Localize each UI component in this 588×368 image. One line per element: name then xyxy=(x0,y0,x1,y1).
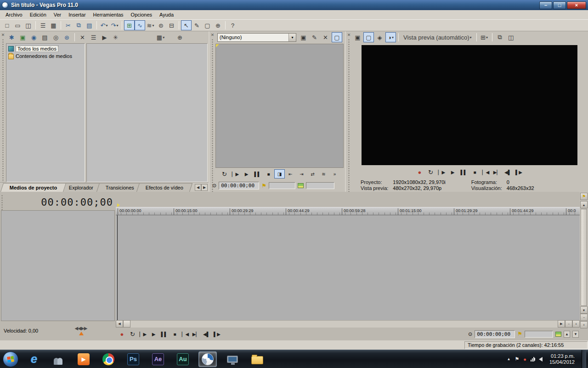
show-video-monitor-button[interactable]: ▢ xyxy=(332,32,342,42)
transport-overflow-button[interactable]: » xyxy=(329,169,340,178)
frame-select-button[interactable]: ◨ xyxy=(274,169,285,178)
timeline-tracks-body[interactable] xyxy=(116,215,580,320)
paste-button[interactable]: ▤ xyxy=(84,20,95,30)
taskbar-screen-recorder[interactable] xyxy=(223,351,242,367)
previous-frame-button[interactable]: ◀▌ xyxy=(201,329,212,339)
minimize-button[interactable]: – xyxy=(539,1,552,9)
tab-efectos-de-video[interactable]: Efectos de vídeo xyxy=(136,183,192,192)
zoom-in-track-button[interactable]: + xyxy=(580,321,588,328)
taskbar-explorer[interactable] xyxy=(248,351,266,367)
menu-ayuda[interactable]: Ayuda xyxy=(156,11,177,19)
auto-ripple-button[interactable]: ≋▾ xyxy=(145,20,156,30)
scroll-right-button[interactable]: ▶ xyxy=(558,320,565,328)
media-bins-tree[interactable]: Todos los medios Contenedores de medios xyxy=(6,43,85,182)
add-to-project-media-button[interactable]: ▣ xyxy=(298,32,309,42)
scrollbar-track[interactable] xyxy=(580,208,588,306)
pause-button[interactable]: ▌▌ xyxy=(159,329,170,339)
menu-ver[interactable]: Ver xyxy=(50,11,65,19)
taskbar-internet-explorer[interactable]: e xyxy=(25,351,43,367)
extract-audio-button[interactable]: ◎ xyxy=(51,32,61,42)
external-monitor-button[interactable]: ▢ xyxy=(363,32,374,42)
remove-subclip-button[interactable]: ✕ xyxy=(320,32,331,42)
loop-playback-button[interactable]: ↻ xyxy=(425,167,436,177)
panel-close-icon[interactable]: ✕ xyxy=(211,33,215,37)
play-from-start-button[interactable]: ▏▶ xyxy=(436,167,447,177)
save-snapshot-button[interactable]: ◫ xyxy=(506,32,516,42)
taskbar-messenger[interactable] xyxy=(50,351,68,367)
time-ruler[interactable]: 00:00:00:00 00:00:15:00 00:00:29:29 00:0… xyxy=(116,207,580,215)
overlays-grid-button[interactable]: ⊞▾ xyxy=(479,32,490,42)
pause-button[interactable]: ▌▌ xyxy=(458,167,469,177)
next-frame-button[interactable]: ▌▶ xyxy=(212,329,222,339)
taskbar-after-effects[interactable]: Ae xyxy=(149,351,167,367)
selection-end-box[interactable] xyxy=(306,182,334,189)
menu-archivo[interactable]: Archivo xyxy=(2,11,26,19)
menu-herramientas[interactable]: Herramientas xyxy=(90,11,127,19)
show-desktop-button[interactable] xyxy=(582,350,586,368)
tab-scroll-left-button[interactable]: ◀ xyxy=(195,184,201,191)
open-project-button[interactable]: ▭ xyxy=(12,20,23,30)
panel-grip[interactable]: ✕ xyxy=(346,31,352,192)
taskbar-clock[interactable]: 01:23 p.m. 15/04/2012 xyxy=(547,353,577,365)
play-button[interactable]: ▶ xyxy=(447,167,458,177)
loop-playback-button[interactable]: ↻ xyxy=(219,169,230,178)
scroll-left-button[interactable]: ◀ xyxy=(116,320,123,328)
panel-grip[interactable]: ✕ xyxy=(209,31,215,192)
zoom-edit-tool-button[interactable]: ⊕ xyxy=(213,20,223,30)
zoom-out-time-button[interactable]: − xyxy=(565,320,572,328)
taskbar-chrome[interactable] xyxy=(99,351,118,367)
get-media-from-web-button[interactable]: ⊛ xyxy=(62,32,72,42)
project-video-properties-button[interactable]: ▣ xyxy=(352,32,363,42)
audio-waveform-button[interactable]: ≋ xyxy=(318,169,329,178)
time-nudge-up-button[interactable]: ▲ xyxy=(564,331,570,338)
trimmer-timecode-field[interactable]: 00:00:00;00 xyxy=(219,182,259,190)
views-button[interactable]: ▦▾ xyxy=(155,32,166,42)
pause-button[interactable]: ▌▌ xyxy=(252,169,263,178)
stop-button[interactable]: ■ xyxy=(170,329,180,339)
panel-close-icon[interactable]: ✕ xyxy=(1,33,5,37)
panel-grip[interactable]: ✕ xyxy=(0,31,6,192)
timeline-timecode-field[interactable]: 00:00:00;00 xyxy=(475,330,515,338)
split-screen-view-button[interactable]: ◑▾ xyxy=(385,32,396,42)
play-button[interactable]: ▶ xyxy=(148,329,159,339)
tree-item-label[interactable]: Todos los medios xyxy=(16,46,58,52)
marker-strip[interactable] xyxy=(116,192,580,207)
timeline-big-timecode[interactable]: 00:00:00;00 xyxy=(41,196,113,208)
stop-button[interactable]: ■ xyxy=(469,167,480,177)
tree-item-media-bins[interactable]: Contenedores de medios xyxy=(7,52,84,60)
stop-button[interactable]: ■ xyxy=(263,169,274,178)
next-frame-button[interactable]: ▌▶ xyxy=(514,167,524,177)
scrollbar-thumb[interactable] xyxy=(581,209,587,306)
search-media-button[interactable]: ⊕ xyxy=(175,32,185,42)
volume-icon[interactable] xyxy=(539,357,543,362)
tree-item-label[interactable]: Contenedores de medios xyxy=(16,53,72,59)
previous-marker-button[interactable]: ⇤ xyxy=(285,169,296,178)
selection-length-box[interactable] xyxy=(525,331,553,338)
remove-media-button[interactable]: ✕ xyxy=(77,32,88,42)
tab-transiciones[interactable]: Transiciones xyxy=(96,183,143,192)
action-center-flag-icon[interactable]: ⚑ xyxy=(514,356,519,362)
menu-edicion[interactable]: Edición xyxy=(26,11,50,19)
envelope-edit-tool-button[interactable]: ✎ xyxy=(192,20,202,30)
get-photo-button[interactable]: ▤ xyxy=(40,32,50,42)
show-hidden-icons-button[interactable]: ▲ xyxy=(507,357,510,361)
scrollbar-track[interactable] xyxy=(130,320,558,328)
save-project-button[interactable]: ◫ xyxy=(23,20,34,30)
marker-tool-button[interactable]: ⚑ xyxy=(580,193,588,200)
whats-this-help-button[interactable]: ? xyxy=(227,20,238,30)
record-button[interactable]: ● xyxy=(117,329,127,339)
copy-button[interactable]: ⧉ xyxy=(74,20,84,30)
next-marker-button[interactable]: ⇥ xyxy=(296,169,307,178)
track-list[interactable] xyxy=(1,210,115,321)
play-from-start-button[interactable]: ▏▶ xyxy=(138,329,148,339)
menu-insertar[interactable]: Insertar xyxy=(65,11,89,19)
taskbar-photoshop[interactable]: Ps xyxy=(124,351,142,367)
selection-edit-tool-button[interactable]: ▢ xyxy=(202,20,213,30)
copy-snapshot-button[interactable]: ⧉ xyxy=(495,32,505,42)
automatic-crossfades-button[interactable]: ∿ xyxy=(135,20,145,30)
record-button[interactable]: ● xyxy=(414,167,425,177)
save-markers-button[interactable]: ✎ xyxy=(309,32,320,42)
menu-opciones[interactable]: Opciones xyxy=(127,11,156,19)
chevron-down-icon[interactable]: ▾ xyxy=(288,34,296,41)
go-to-start-button[interactable]: ▏◀ xyxy=(481,167,491,177)
